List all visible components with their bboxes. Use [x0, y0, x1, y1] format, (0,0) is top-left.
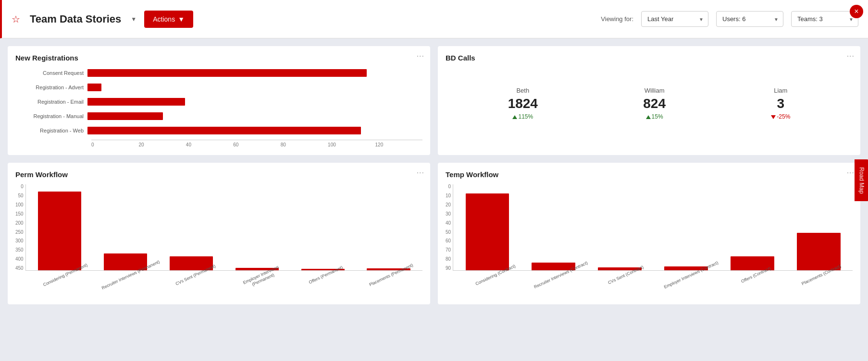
- chart-x-axis: 020406080100120: [91, 140, 422, 147]
- v-chart-y-tick: 0: [15, 184, 24, 189]
- v-chart-y-tick: 150: [15, 212, 24, 217]
- v-chart-container: 9080706050403020100: [446, 184, 853, 271]
- bd-person-name: William: [643, 87, 666, 94]
- chart-bar-label: Registration - Advert: [15, 84, 87, 90]
- chart-bar: [87, 84, 101, 91]
- bd-calls-panel: BD Calls ··· Beth1824115%William82415%Li…: [438, 46, 860, 155]
- chart-bar-row: Consent Request: [15, 68, 422, 78]
- temp-workflow-menu[interactable]: ···: [847, 168, 855, 177]
- chart-bar-label: Registration - Web: [15, 128, 87, 133]
- chart-x-tick: 60: [233, 142, 280, 147]
- period-select[interactable]: Last Year This Year Last Month: [641, 11, 708, 27]
- v-chart-y-tick: 60: [446, 239, 451, 243]
- v-chart-y-tick: 350: [15, 248, 24, 253]
- arrow-down-icon: [771, 115, 776, 119]
- v-chart-y-tick: 90: [446, 266, 451, 271]
- star-icon[interactable]: ☆: [12, 13, 20, 25]
- actions-caret-icon: ▼: [178, 15, 185, 23]
- chart-x-tick: 20: [138, 142, 186, 147]
- bd-person: Liam3-25%: [771, 87, 790, 120]
- teams-select[interactable]: Teams: 3: [791, 11, 858, 27]
- bd-calls-content: Beth1824115%William82415%Liam3-25%: [446, 68, 853, 139]
- period-select-wrapper[interactable]: Last Year This Year Last Month: [641, 11, 708, 27]
- close-button[interactable]: ×: [850, 5, 863, 18]
- chart-x-tick: 100: [328, 142, 375, 147]
- chart-bar-row: Registration - Email: [15, 96, 422, 107]
- chart-x-tick: 80: [281, 142, 328, 147]
- chart-bar-row: Registration - Manual: [15, 111, 422, 121]
- chart-bar-container: [87, 112, 422, 120]
- new-registrations-menu[interactable]: ···: [417, 52, 424, 60]
- arrow-up-icon: [512, 115, 517, 119]
- chart-bar: [87, 127, 361, 134]
- new-registrations-panel: New Registrations ··· Consent RequestReg…: [8, 46, 430, 155]
- v-chart-y-tick: 30: [446, 212, 451, 217]
- perm-workflow-title: Perm Workflow: [15, 170, 422, 179]
- roadmap-tab[interactable]: Road Map: [854, 159, 868, 201]
- chart-bar-container: [87, 84, 422, 91]
- users-select[interactable]: Users: 6: [716, 11, 783, 27]
- page-title: Team Data Stories: [30, 13, 121, 25]
- v-chart-y-tick: 0: [446, 184, 451, 189]
- v-chart-y-tick: 250: [15, 230, 24, 235]
- v-chart-y-tick: 450: [15, 266, 24, 271]
- v-chart-label-row: Considering (Contract)Recruiter Intervie…: [446, 273, 853, 297]
- teams-select-wrapper[interactable]: Teams: 3: [791, 11, 858, 27]
- v-chart-y-tick: 50: [15, 193, 24, 198]
- bd-person-change: 15%: [643, 113, 666, 120]
- v-chart-area: [25, 184, 422, 271]
- chart-bar: [87, 98, 185, 106]
- v-bar: [38, 192, 81, 270]
- perm-chart: 450400350300250200150100500Considering (…: [15, 184, 422, 297]
- chart-bar-row: Registration - Advert: [15, 82, 422, 93]
- v-chart-y-tick: 300: [15, 239, 24, 243]
- bd-person-name: Liam: [771, 87, 790, 94]
- chart-bar-label: Registration - Manual: [15, 113, 87, 119]
- chart-bar-container: [87, 98, 422, 106]
- bd-person: Beth1824115%: [508, 87, 538, 120]
- temp-workflow-title: Temp Workflow: [446, 170, 853, 179]
- temp-workflow-panel: Temp Workflow ··· 9080706050403020100Con…: [438, 163, 860, 304]
- title-caret-icon[interactable]: ▼: [131, 16, 136, 23]
- registrations-chart: Consent RequestRegistration - AdvertRegi…: [15, 68, 422, 147]
- chart-bar-container: [87, 127, 422, 134]
- bd-person-name: Beth: [508, 87, 538, 94]
- chart-x-tick: 40: [186, 142, 233, 147]
- chart-bar-label: Consent Request: [15, 70, 87, 76]
- v-chart-y-tick: 50: [446, 230, 451, 235]
- v-bar-group: [28, 192, 92, 270]
- v-chart-y-tick: 100: [15, 203, 24, 207]
- main-content: New Registrations ··· Consent RequestReg…: [0, 38, 868, 312]
- v-bar: [466, 193, 509, 270]
- v-bar: [797, 233, 841, 270]
- bd-person-change: -25%: [771, 113, 790, 120]
- viewing-label: Viewing for:: [601, 15, 633, 23]
- v-chart-y-tick: 400: [15, 257, 24, 262]
- arrow-up-icon: [646, 115, 651, 119]
- new-registrations-title: New Registrations: [15, 54, 422, 62]
- v-chart-container: 450400350300250200150100500: [15, 184, 422, 271]
- bd-calls-menu[interactable]: ···: [847, 52, 855, 60]
- v-chart-y-tick: 70: [446, 248, 451, 253]
- v-chart-y-tick: 80: [446, 257, 451, 262]
- actions-button[interactable]: Actions ▼: [144, 11, 193, 28]
- header: ☆ Team Data Stories ▼ Actions ▼ Viewing …: [0, 0, 868, 38]
- v-chart-y-tick: 10: [446, 193, 451, 198]
- v-chart-y-tick: 200: [15, 221, 24, 226]
- chart-bar: [87, 112, 163, 120]
- bd-person-value: 824: [643, 96, 666, 111]
- v-chart-y-tick: 20: [446, 203, 451, 207]
- v-chart-label-row: Considering (Permanent)Recruiter Intervi…: [15, 273, 422, 297]
- chart-x-tick: 0: [91, 142, 138, 147]
- bd-person-change: 115%: [508, 113, 538, 120]
- v-chart-y-tick: 40: [446, 221, 451, 226]
- chart-bar: [87, 69, 367, 77]
- users-select-wrapper[interactable]: Users: 6: [716, 11, 783, 27]
- bd-person: William82415%: [643, 87, 666, 120]
- perm-workflow-menu[interactable]: ···: [417, 168, 424, 177]
- temp-chart: 9080706050403020100Considering (Contract…: [446, 184, 853, 297]
- perm-workflow-panel: Perm Workflow ··· 4504003503002502001501…: [8, 163, 430, 304]
- bd-person-value: 3: [771, 96, 790, 111]
- bd-person-value: 1824: [508, 96, 538, 111]
- chart-bar-container: [87, 69, 422, 77]
